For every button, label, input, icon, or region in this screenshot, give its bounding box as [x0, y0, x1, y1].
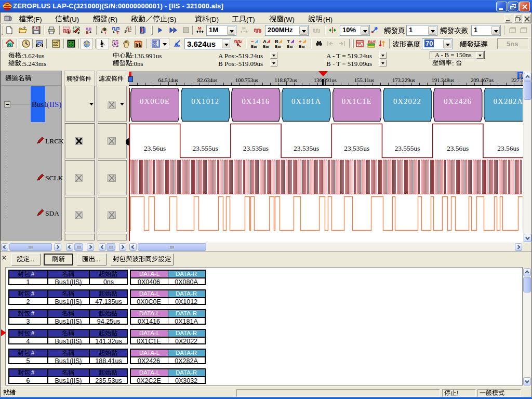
svg-text:Bar: Bar: [287, 44, 294, 48]
svg-text:T: T: [104, 31, 107, 34]
svg-text:N: N: [8, 42, 12, 47]
svg-text:A: A: [263, 39, 267, 44]
svg-text:Bar: Bar: [251, 44, 258, 48]
svg-text:+: +: [299, 39, 302, 44]
svg-text:T: T: [287, 39, 290, 44]
svg-text:B: B: [275, 39, 278, 44]
svg-text:−: −: [251, 39, 254, 44]
svg-text:Bar: Bar: [299, 44, 305, 48]
svg-text:Bar: Bar: [275, 44, 282, 48]
svg-text:H2: H2: [37, 44, 42, 47]
svg-text:E: E: [86, 30, 89, 34]
svg-text:M: M: [198, 26, 202, 31]
svg-text:M: M: [242, 26, 246, 31]
svg-text:T: T: [116, 30, 119, 34]
svg-text:Bar: Bar: [263, 44, 270, 48]
